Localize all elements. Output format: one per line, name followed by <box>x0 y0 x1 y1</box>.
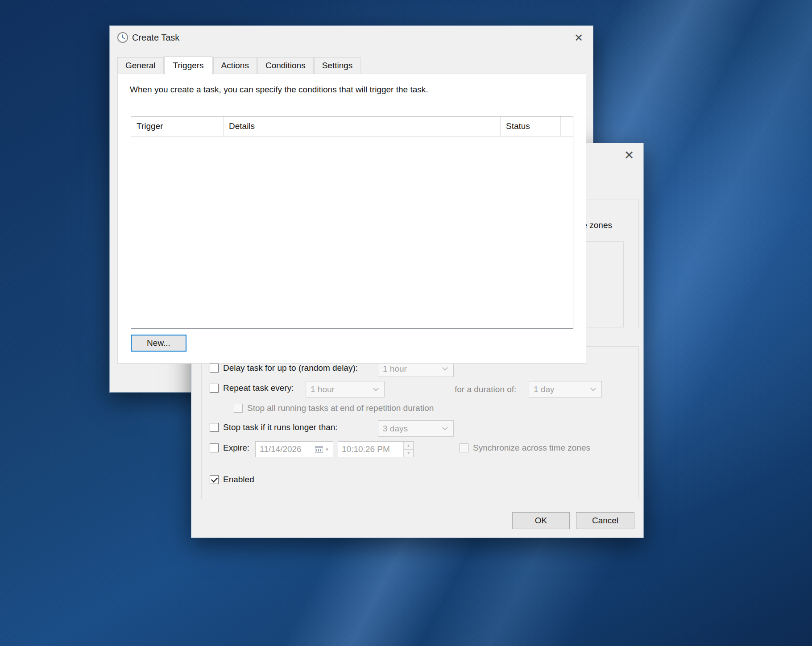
create-task-title: Create Task <box>132 33 179 43</box>
enabled-label: Enabled <box>223 474 254 485</box>
column-divider <box>500 116 501 136</box>
expire-sync-timezones-label: Synchronize across time zones <box>473 443 590 453</box>
duration-label: for a duration of: <box>455 384 516 395</box>
delay-duration-value: 1 hour <box>383 364 443 374</box>
expire-sync-timezones-checkbox <box>460 443 468 452</box>
expire-checkbox[interactable] <box>210 443 219 452</box>
spinner-up-icon: ▲ <box>404 442 413 449</box>
repeat-interval-value: 1 hour <box>311 385 374 394</box>
stop-task-label: Stop task if it runs longer than: <box>223 422 338 433</box>
dropdown-arrow-icon: ▼ <box>325 447 329 452</box>
column-divider <box>560 116 561 136</box>
stop-task-duration-value: 3 days <box>383 424 443 434</box>
chevron-down-icon <box>590 385 596 391</box>
stop-all-tasks-label: Stop all running tasks at end of repetit… <box>247 403 434 414</box>
task-scheduler-clock-icon <box>117 32 128 46</box>
stop-all-tasks-checkbox <box>234 404 243 413</box>
tab-triggers[interactable]: Triggers <box>164 56 213 75</box>
duration-select: 1 day <box>529 381 602 398</box>
stop-task-checkbox[interactable] <box>210 423 219 432</box>
spinner-down-icon: ▼ <box>404 449 413 457</box>
expire-time-value: 10:10:26 PM <box>338 444 403 454</box>
calendar-icon <box>315 446 323 453</box>
trigger-table: Trigger Details Status <box>131 116 573 329</box>
expire-time-field: 10:10:26 PM ▲ ▼ <box>338 441 414 457</box>
expire-time-spinner: ▲ ▼ <box>403 442 413 457</box>
expire-date-field: 11/14/2026 ▼ <box>255 441 333 457</box>
chevron-down-icon <box>442 365 448 371</box>
delay-task-checkbox[interactable] <box>210 364 219 373</box>
tab-conditions[interactable]: Conditions <box>257 57 314 74</box>
stop-task-duration-select: 3 days <box>378 420 454 437</box>
expire-date-value: 11/14/2026 <box>260 444 315 454</box>
repeat-task-label: Repeat task every: <box>223 383 294 393</box>
expire-label: Expire: <box>223 443 249 453</box>
chevron-down-icon <box>373 385 379 391</box>
tab-strip: General Triggers Actions Conditions Sett… <box>117 56 361 74</box>
repeat-task-checkbox[interactable] <box>210 384 219 393</box>
chevron-down-icon <box>442 425 448 431</box>
column-divider <box>223 116 224 136</box>
cancel-button[interactable]: Cancel <box>576 512 634 529</box>
enabled-checkbox[interactable] <box>210 475 219 484</box>
advanced-settings-group: Advanced settings Delay task for up to (… <box>201 346 639 499</box>
trigger-table-body <box>131 137 573 328</box>
create-task-dialog: Create Task ✕ General Triggers Actions C… <box>109 25 593 393</box>
column-header-trigger[interactable]: Trigger <box>131 116 223 136</box>
ok-button[interactable]: OK <box>512 512 570 529</box>
tab-general[interactable]: General <box>117 57 164 74</box>
repeat-interval-select: 1 hour <box>306 381 385 398</box>
duration-value: 1 day <box>534 385 591 394</box>
triggers-tab-panel: When you create a task, you can specify … <box>117 74 586 364</box>
new-trigger-close-icon[interactable]: ✕ <box>621 148 637 163</box>
delay-task-label: Delay task for up to (random delay): <box>223 363 358 373</box>
create-task-close-icon[interactable]: ✕ <box>571 30 587 46</box>
triggers-description: When you create a task, you can specify … <box>130 85 428 95</box>
trigger-table-header: Trigger Details Status <box>131 116 573 137</box>
column-header-details[interactable]: Details <box>224 116 499 136</box>
desktop-background: Create Task ✕ General Triggers Actions C… <box>0 0 812 646</box>
tab-actions[interactable]: Actions <box>213 57 257 74</box>
column-header-status[interactable]: Status <box>501 116 559 136</box>
new-trigger-button[interactable]: New... <box>131 335 186 352</box>
tab-settings[interactable]: Settings <box>314 57 361 74</box>
